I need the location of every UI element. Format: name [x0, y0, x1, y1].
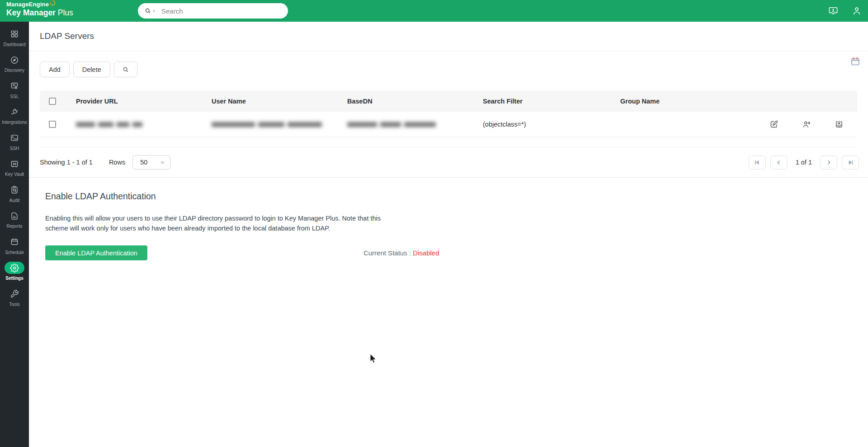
ldap-auth-heading: Enable LDAP Authentication: [45, 191, 868, 202]
feedback-icon[interactable]: [828, 6, 838, 16]
app-header: ManageEngine Key Manager Plus: [0, 0, 868, 22]
sidebar-item-label: Reports: [6, 224, 22, 229]
calendar-icon: [5, 236, 24, 248]
users-icon[interactable]: [802, 120, 811, 129]
sidebar-item-label: Key Vault: [5, 172, 24, 177]
vault-icon: [5, 158, 24, 170]
tools-icon: [5, 288, 24, 300]
gear-icon: [5, 262, 24, 274]
sidebar-item-ssl[interactable]: SSL: [0, 76, 29, 103]
chevron-down-icon: [160, 160, 165, 165]
sidebar-nav: Dashboard Discovery SSL Intergrations SS…: [0, 22, 29, 447]
app-logo[interactable]: ManageEngine Key Manager Plus: [6, 1, 73, 17]
showing-count: Showing 1 - 1 of 1: [40, 159, 93, 166]
table-footer-spacer: [40, 137, 857, 147]
pagination-bar: Showing 1 - 1 of 1 Rows 50 1 of 1: [40, 147, 859, 177]
header-checkbox-cell: [40, 98, 76, 105]
sidebar-item-label: SSH: [10, 146, 19, 151]
search-input[interactable]: [161, 7, 283, 15]
table-header-row: Provider URLUser NameBaseDNSearch Filter…: [40, 90, 857, 112]
sidebar-item-dashboard[interactable]: Dashboard: [0, 24, 29, 51]
first-page-icon: [754, 159, 760, 166]
sidebar-item-settings[interactable]: Settings: [0, 259, 29, 285]
edit-icon[interactable]: [769, 120, 778, 129]
sidebar-item-audit[interactable]: Audit: [0, 180, 29, 207]
status-label: Current Status :: [363, 249, 411, 257]
certificate-icon: [5, 80, 24, 92]
sidebar-item-discovery[interactable]: Discovery: [0, 51, 29, 77]
row-checkbox-cell: [40, 121, 76, 128]
import-icon[interactable]: [835, 120, 844, 129]
compass-icon: [5, 54, 24, 66]
sidebar-item-intergrations[interactable]: Intergrations: [0, 103, 29, 129]
search-icon: [122, 66, 129, 73]
header-actions: [828, 0, 862, 22]
sidebar-item-label: Audit: [9, 198, 20, 203]
prev-page-button[interactable]: [770, 155, 788, 169]
page-indicator: 1 of 1: [796, 159, 812, 166]
sidebar-item-label: SSL: [10, 94, 19, 99]
prev-page-icon: [775, 159, 782, 166]
brand-line1: ManageEngine: [6, 1, 73, 8]
terminal-icon: [5, 132, 24, 144]
table-toolbar: Add Delete: [40, 61, 868, 77]
next-page-button[interactable]: [820, 155, 837, 169]
global-search[interactable]: [138, 3, 288, 19]
sidebar-item-label: Intergrations: [2, 120, 27, 125]
sidebar-item-key-vault[interactable]: Key Vault: [0, 155, 29, 181]
status-badge: Disabled: [413, 249, 439, 257]
page-title: LDAP Servers: [40, 31, 94, 41]
sidebar-item-label: Schedule: [5, 250, 24, 255]
ldap-servers-table: Provider URLUser NameBaseDNSearch Filter…: [40, 90, 857, 147]
last-page-button[interactable]: [842, 155, 859, 169]
next-page-icon: [826, 159, 832, 166]
search-scope-caret-icon[interactable]: [152, 9, 156, 13]
sidebar-item-reports[interactable]: Reports: [0, 207, 29, 233]
schedule-calendar-icon[interactable]: [850, 56, 861, 67]
plug-icon: [5, 106, 24, 118]
table-search-button[interactable]: [114, 61, 137, 77]
cell-search-filter: (objectclass=*): [483, 121, 620, 128]
table-row[interactable]: (objectclass=*): [40, 112, 857, 137]
current-status: Current Status : Disabled: [363, 249, 439, 257]
ldap-auth-description: Enabling this will allow your users to u…: [45, 213, 387, 233]
manageengine-swirl-icon: [50, 0, 56, 6]
row-checkbox[interactable]: [49, 121, 56, 128]
sidebar-item-ssh[interactable]: SSH: [0, 128, 29, 155]
cell-group-name-and-actions: [620, 120, 857, 129]
account-icon[interactable]: [852, 6, 862, 16]
first-page-button[interactable]: [749, 155, 766, 169]
delete-button[interactable]: Delete: [73, 61, 110, 77]
select-all-checkbox[interactable]: [49, 98, 56, 105]
cell-basedn-redacted: [347, 122, 483, 127]
column-header-basedn: BaseDN: [347, 98, 483, 105]
rows-per-page-select[interactable]: 50: [132, 155, 170, 169]
sidebar-item-label: Settings: [5, 276, 23, 281]
column-header-provider-url: Provider URL: [76, 98, 212, 105]
column-header-group-name: Group Name: [620, 98, 857, 105]
column-header-search-filter: Search Filter: [483, 98, 620, 105]
search-icon: [144, 7, 151, 14]
page-title-row: LDAP Servers: [29, 22, 868, 51]
row-actions: [769, 120, 844, 129]
rows-label: Rows: [109, 159, 125, 166]
main-content: LDAP Servers Add Delete Provider URLUser…: [29, 22, 868, 447]
cell-provider-url-redacted: [76, 122, 212, 127]
cell-user-name-redacted: [212, 122, 347, 127]
rows-per-page-value: 50: [140, 159, 147, 166]
grid-icon: [5, 28, 24, 40]
enable-ldap-auth-button[interactable]: Enable LDAP Authentication: [45, 245, 147, 260]
sidebar-item-tools[interactable]: Tools: [0, 284, 29, 311]
sidebar-item-label: Tools: [9, 302, 19, 307]
column-header-user-name: User Name: [212, 98, 347, 105]
last-page-icon: [847, 159, 854, 166]
ldap-auth-section: Enable LDAP Authentication Enabling this…: [29, 178, 868, 260]
sidebar-item-schedule[interactable]: Schedule: [0, 232, 29, 259]
ldap-auth-actions: Enable LDAP Authentication Current Statu…: [45, 245, 868, 260]
brand-line2: Key Manager Plus: [6, 8, 73, 17]
sidebar-item-label: Dashboard: [4, 42, 26, 47]
add-button[interactable]: Add: [40, 61, 70, 77]
report-icon: [5, 210, 24, 222]
pager-controls: 1 of 1: [749, 155, 859, 169]
audit-icon: [5, 184, 24, 196]
